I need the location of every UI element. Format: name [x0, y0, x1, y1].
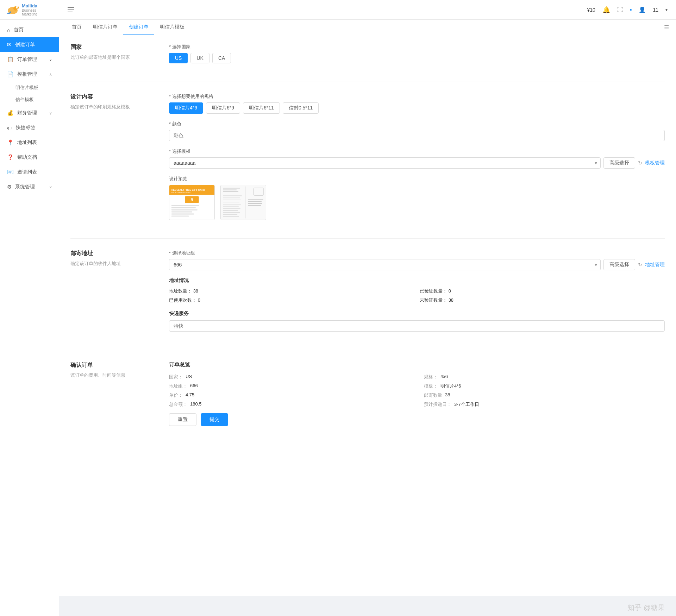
summary-spec: 规格： 4x6 — [424, 374, 665, 380]
sidebar-item-home[interactable]: ⌂ 首页 — [0, 23, 59, 37]
svg-rect-32 — [223, 210, 238, 211]
template-icon: 📄 — [7, 71, 14, 77]
theme-icon[interactable]: ▪ — [630, 7, 632, 13]
addr-count-item: 地址数量： 38 — [169, 288, 414, 294]
sidebar-item-postcard-template[interactable]: 明信片模板 — [15, 82, 59, 94]
addr-select[interactable]: 666 — [169, 259, 601, 270]
system-arrow: ∨ — [49, 185, 52, 189]
addr-refresh-icon[interactable]: ↻ — [638, 262, 642, 268]
tab-home[interactable]: 首页 — [66, 20, 87, 35]
sidebar-label-create-order: 创建订单 — [15, 42, 35, 48]
template-select[interactable]: aaaaaaaa — [169, 157, 601, 169]
spec-field-group: * 选择想要使用的规格 明信片4*6 明信片6*9 明信片6*11 信封0.5*… — [169, 93, 665, 114]
country-btn-ca[interactable]: CA — [212, 53, 231, 63]
sidebar-item-mail-template[interactable]: 信件模板 — [15, 94, 59, 106]
back-postcard-svg — [221, 185, 266, 220]
sidebar-label-tag: 快捷标签 — [16, 125, 36, 131]
addr-advanced-btn[interactable]: 高级选择 — [603, 259, 635, 270]
svg-point-1 — [13, 6, 18, 11]
tab-bar: 首页 明信片订单 创建订单 明信片模板 ☰ — [59, 20, 676, 35]
sidebar-item-system[interactable]: ⚙ 系统管理 ∨ — [0, 180, 59, 194]
country-section-left: 国家 此订单的邮寄地址是哪个国家 — [70, 44, 169, 70]
design-title: 设计内容 — [70, 93, 169, 101]
preview-field-group: 设计预览 REDEEM A FREE GIFT CARD FROM OUR PA… — [169, 176, 665, 220]
svg-rect-34 — [223, 214, 237, 215]
logo-text: Mailida Business Marketing — [22, 3, 37, 16]
sidebar-item-order-manage[interactable]: 📋 订单管理 ∨ — [0, 52, 59, 67]
country-btn-group: US UK CA — [169, 53, 665, 63]
notification-icon[interactable]: 🔔 — [602, 6, 610, 14]
summary-template: 模板： 明信片4*6 — [424, 383, 665, 389]
country-btn-uk[interactable]: UK — [190, 53, 209, 63]
svg-rect-35 — [223, 216, 239, 217]
country-section-right: * 选择国家 US UK CA — [169, 44, 665, 70]
express-input[interactable] — [169, 320, 665, 332]
invite-icon: 📧 — [7, 169, 14, 175]
page-content: 国家 此订单的邮寄地址是哪个国家 * 选择国家 US UK CA — [59, 35, 676, 596]
create-order-icon: ✉ — [7, 42, 12, 48]
used-count-item: 已使用次数： 0 — [169, 297, 414, 303]
addr-select-wrapper: 666 ▾ — [169, 259, 601, 270]
user-dropdown-icon[interactable]: ▾ — [665, 7, 668, 12]
address-icon: 📍 — [7, 139, 14, 146]
menu-toggle[interactable] — [68, 7, 74, 12]
sidebar-label-order-manage: 订单管理 — [17, 56, 37, 63]
sidebar-label-help: 帮助文档 — [17, 154, 37, 161]
addr-info-title: 地址情况 — [169, 277, 665, 284]
preview-front: REDEEM A FREE GIFT CARD FROM OUR PARTNER… — [169, 185, 215, 220]
svg-rect-9 — [171, 205, 199, 206]
more-icon[interactable]: ☰ — [664, 24, 669, 31]
summary-title: 订单总览 — [169, 362, 665, 368]
spec-btn-4x6[interactable]: 明信片4*6 — [169, 102, 203, 114]
svg-rect-33 — [223, 212, 240, 213]
svg-rect-11 — [171, 209, 198, 210]
reset-button[interactable]: 重置 — [169, 413, 196, 426]
template-manage-link[interactable]: 模板管理 — [645, 160, 665, 166]
addr-manage-link[interactable]: 地址管理 — [645, 262, 665, 268]
sidebar-item-help[interactable]: ❓ 帮助文档 — [0, 150, 59, 165]
tab-postcard-order[interactable]: 明信片订单 — [87, 20, 123, 35]
watermark: 知乎 @糖果 — [59, 596, 676, 616]
svg-rect-21 — [248, 201, 262, 202]
template-refresh-icon[interactable]: ↻ — [638, 160, 642, 166]
template-advanced-btn[interactable]: 高级选择 — [603, 157, 635, 169]
order-manage-icon: 📋 — [7, 56, 14, 63]
color-input[interactable] — [169, 130, 665, 141]
svg-rect-28 — [223, 202, 239, 202]
svg-rect-18 — [223, 191, 238, 192]
country-btn-us[interactable]: US — [169, 53, 188, 63]
color-label: * 颜色 — [169, 121, 665, 127]
address-desc: 确定该订单的收件人地址 — [70, 260, 169, 267]
svg-rect-17 — [223, 190, 237, 190]
front-postcard-svg: REDEEM A FREE GIFT CARD FROM OUR PARTNER… — [169, 185, 214, 220]
action-row: 重置 提交 — [169, 413, 665, 426]
spec-btn-6x11[interactable]: 明信片6*11 — [243, 102, 280, 114]
address-title: 邮寄地址 — [70, 250, 169, 257]
svg-rect-20 — [248, 199, 263, 200]
design-section-left: 设计内容 确定该订单的印刷规格及模板 — [70, 93, 169, 227]
tab-create-order[interactable]: 创建订单 — [123, 20, 154, 35]
tab-postcard-template[interactable]: 明信片模板 — [154, 20, 190, 35]
spec-btn-6x9[interactable]: 明信片6*9 — [206, 102, 240, 114]
logo: Mailida Business Marketing — [6, 3, 37, 16]
confirm-desc: 该订单的费用、时间等信息 — [70, 372, 169, 379]
summary-addr-group: 地址组： 666 — [169, 383, 410, 389]
sidebar-item-create-order[interactable]: ✉ 创建订单 — [0, 37, 59, 52]
avatar-icon[interactable]: 👤 — [639, 6, 646, 13]
submit-button[interactable]: 提交 — [201, 413, 228, 426]
preview-images: REDEEM A FREE GIFT CARD FROM OUR PARTNER… — [169, 185, 665, 220]
sidebar-item-address-list[interactable]: 📍 地址列表 — [0, 135, 59, 150]
sidebar-item-quick-tag[interactable]: 🏷 快捷标签 — [0, 120, 59, 135]
sidebar-item-template-manage[interactable]: 📄 模板管理 ∧ — [0, 67, 59, 82]
design-desc: 确定该订单的印刷规格及模板 — [70, 103, 169, 111]
summary-unit-price: 单价： 4.75 — [169, 392, 410, 398]
tag-icon: 🏷 — [7, 125, 12, 131]
sidebar-item-finance[interactable]: 💰 财务管理 ∨ — [0, 106, 59, 120]
order-summary-grid: 国家： US 规格： 4x6 地址组： 666 模板： — [169, 374, 665, 408]
sidebar-item-invite[interactable]: 📧 邀请列表 — [0, 165, 59, 180]
summary-delivery: 预计投递日： 3-7个工作日 — [424, 401, 665, 408]
spec-btn-envelope[interactable]: 信封0.5*11 — [283, 102, 319, 114]
unverified-count-item: 未验证数量： 38 — [420, 297, 665, 303]
fullscreen-icon[interactable]: ⛶ — [617, 7, 623, 13]
svg-text:REDEEM A FREE GIFT CARD: REDEEM A FREE GIFT CARD — [171, 189, 205, 191]
